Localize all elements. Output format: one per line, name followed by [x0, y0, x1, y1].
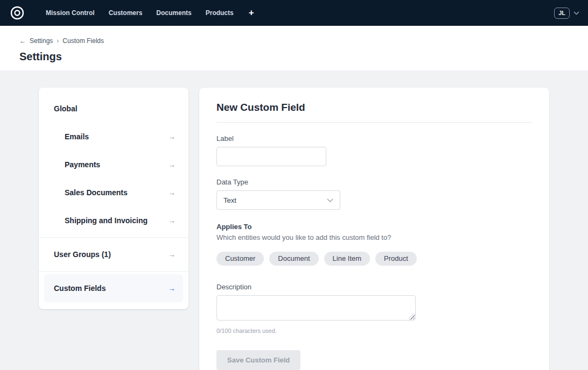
sidebar-item-label: Shipping and Invoicing: [65, 216, 148, 225]
sidebar-item-payments[interactable]: Payments →: [39, 151, 188, 179]
form-divider: [216, 122, 532, 123]
nav-item-products[interactable]: Products: [199, 0, 241, 26]
avatar: JL: [554, 8, 570, 19]
settings-sidebar: Global Emails → Payments → Sales Documen…: [39, 88, 188, 309]
nav-add-button[interactable]: +: [241, 8, 262, 18]
sidebar-item-shipping-and-invoicing[interactable]: Shipping and Invoicing →: [39, 207, 188, 234]
pill-line-item[interactable]: Line Item: [324, 252, 370, 266]
nav-item-documents[interactable]: Documents: [149, 0, 198, 26]
sidebar-item-label: Custom Fields: [54, 284, 106, 293]
back-arrow-icon[interactable]: ←: [19, 37, 26, 45]
applies-to-label: Applies To: [216, 223, 532, 231]
main-content: Global Emails → Payments → Sales Documen…: [0, 70, 588, 370]
new-custom-field-card: New Custom Field Label Data Type Text Ap…: [199, 88, 549, 370]
label-input[interactable]: [216, 147, 326, 166]
user-menu[interactable]: JL: [554, 8, 579, 19]
arrow-right-icon: →: [168, 132, 176, 141]
chevron-down-icon: [573, 11, 579, 15]
applies-to-helper-text: Which entities would you like to add thi…: [216, 233, 532, 241]
sidebar-item-label: Payments: [65, 160, 100, 169]
page-header: ← Settings › Custom Fields Settings: [0, 26, 588, 70]
data-type-select[interactable]: Text: [216, 190, 340, 210]
data-type-selected-value: Text: [223, 196, 236, 204]
applies-to-options: Customer Document Line Item Product: [216, 252, 532, 266]
sidebar-divider: [39, 237, 188, 238]
pill-document[interactable]: Document: [269, 252, 318, 266]
arrow-right-icon: →: [168, 250, 176, 259]
arrow-right-icon: →: [168, 284, 176, 293]
sidebar-item-label: Sales Documents: [65, 188, 128, 197]
nav-item-customers[interactable]: Customers: [102, 0, 150, 26]
sidebar-group-label: Global: [54, 104, 78, 113]
top-navigation-bar: Mission Control Customers Documents Prod…: [0, 0, 588, 26]
sidebar-item-emails[interactable]: Emails →: [39, 123, 188, 151]
breadcrumb: ← Settings › Custom Fields: [19, 37, 569, 45]
sidebar-item-label: Emails: [65, 132, 89, 141]
pill-customer[interactable]: Customer: [216, 252, 264, 266]
page-title: Settings: [19, 51, 569, 63]
app-logo-icon[interactable]: [9, 4, 26, 22]
arrow-right-icon: →: [168, 160, 176, 169]
pill-product[interactable]: Product: [375, 252, 417, 266]
breadcrumb-custom-fields: Custom Fields: [62, 37, 104, 45]
description-field-label: Description: [216, 283, 532, 291]
nav-item-mission-control[interactable]: Mission Control: [39, 0, 102, 26]
breadcrumb-separator: ›: [57, 37, 59, 45]
sidebar-item-custom-fields[interactable]: Custom Fields →: [44, 274, 183, 302]
sidebar-item-label: User Groups (1): [54, 250, 111, 259]
label-field-label: Label: [216, 134, 532, 143]
description-textarea[interactable]: [216, 295, 416, 321]
sidebar-divider: [39, 271, 188, 272]
form-title: New Custom Field: [216, 102, 532, 113]
save-custom-field-button[interactable]: Save Custom Field: [216, 350, 300, 370]
arrow-right-icon: →: [168, 188, 176, 197]
sidebar-group-global[interactable]: Global: [39, 95, 188, 123]
breadcrumb-settings[interactable]: Settings: [30, 37, 53, 45]
chevron-down-icon: [327, 196, 333, 204]
sidebar-item-user-groups[interactable]: User Groups (1) →: [39, 240, 188, 268]
sidebar-item-sales-documents[interactable]: Sales Documents →: [39, 179, 188, 207]
arrow-right-icon: →: [168, 216, 176, 225]
character-counter: 0/100 characters used.: [216, 328, 532, 334]
data-type-field-label: Data Type: [216, 178, 532, 186]
